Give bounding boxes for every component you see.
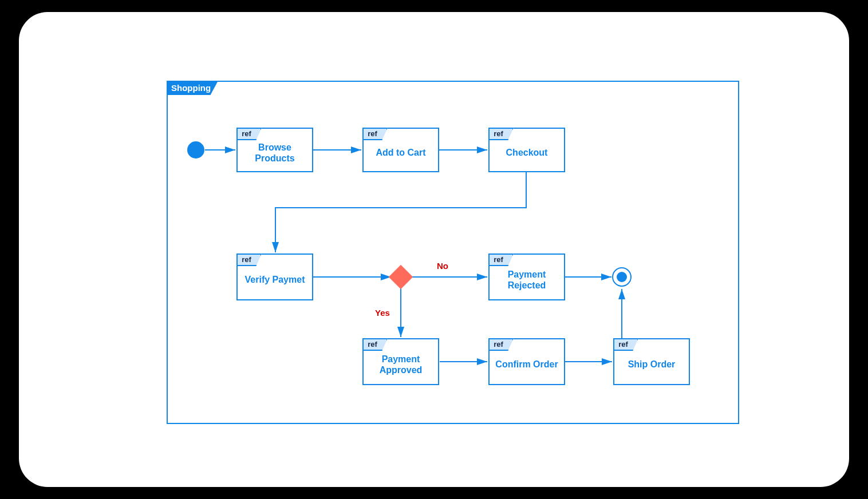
frame-title: Shopping — [167, 81, 218, 95]
ref-tab: ref — [236, 254, 262, 266]
decision-diamond — [389, 265, 413, 289]
ref-add-to-cart: ref Add to Cart — [362, 128, 439, 172]
ref-tab: ref — [362, 128, 388, 140]
ref-ship-order: ref Ship Order — [613, 338, 690, 385]
condition-yes: Yes — [375, 308, 390, 318]
ref-tab: ref — [613, 338, 638, 351]
ref-tab: ref — [488, 128, 514, 140]
end-node-inner — [617, 272, 627, 282]
end-node — [612, 267, 632, 287]
ref-tab: ref — [362, 338, 388, 351]
ref-checkout: ref Checkout — [488, 128, 565, 172]
condition-no: No — [437, 261, 448, 271]
ref-tab: ref — [488, 254, 514, 266]
ref-label: Confirm Order — [495, 359, 558, 370]
ref-tab: ref — [488, 338, 514, 351]
ref-label: Checkout — [506, 147, 548, 158]
ref-verify-payment: ref Verify Paymet — [236, 254, 313, 300]
ref-browse-products: ref Browse Products — [236, 128, 313, 172]
ref-tab: ref — [236, 128, 262, 140]
ref-label: Browse Products — [240, 142, 310, 164]
diagram-canvas: Shopping — [19, 12, 849, 487]
ref-label: Payment Rejected — [492, 269, 562, 291]
shopping-frame: Shopping — [167, 81, 739, 424]
ref-label: Payment Approved — [366, 354, 436, 375]
ref-payment-approved: ref Payment Approved — [362, 338, 439, 385]
ref-label: Add to Cart — [376, 147, 425, 158]
ref-label: Verify Paymet — [245, 274, 305, 285]
ref-payment-rejected: ref Payment Rejected — [488, 254, 565, 300]
ref-confirm-order: ref Confirm Order — [488, 338, 565, 385]
ref-label: Ship Order — [628, 359, 676, 370]
start-node — [187, 141, 204, 159]
